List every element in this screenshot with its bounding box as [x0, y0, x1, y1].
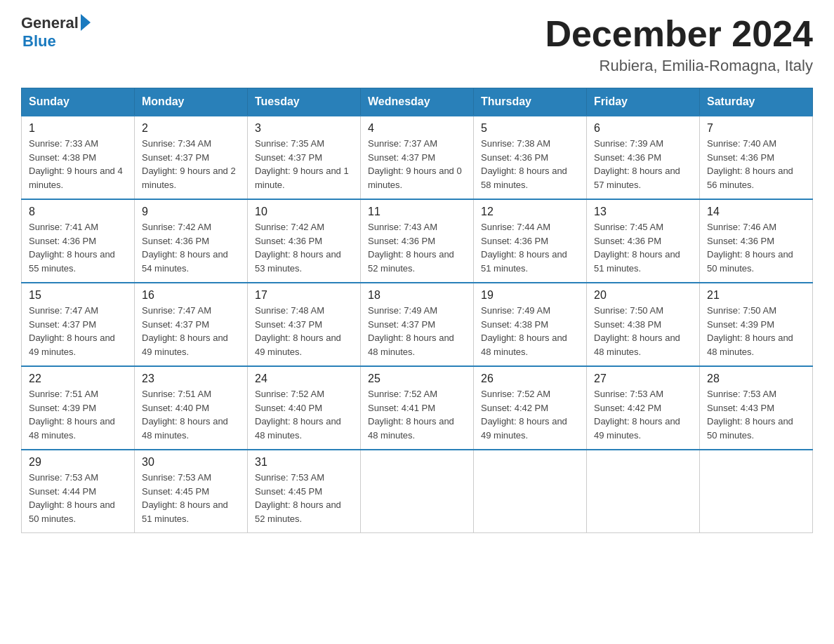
col-header-wednesday: Wednesday [361, 88, 474, 116]
calendar-cell: 24Sunrise: 7:52 AMSunset: 4:40 PMDayligh… [248, 366, 361, 450]
day-info: Sunrise: 7:37 AMSunset: 4:37 PMDaylight:… [368, 137, 466, 192]
day-number: 22 [29, 373, 127, 385]
day-info: Sunrise: 7:49 AMSunset: 4:37 PMDaylight:… [368, 304, 466, 358]
calendar-cell: 12Sunrise: 7:44 AMSunset: 4:36 PMDayligh… [474, 199, 587, 283]
day-number: 14 [707, 206, 805, 218]
calendar-cell: 27Sunrise: 7:53 AMSunset: 4:42 PMDayligh… [587, 366, 700, 450]
day-number: 6 [594, 122, 692, 135]
calendar-cell: 16Sunrise: 7:47 AMSunset: 4:37 PMDayligh… [135, 283, 248, 366]
day-number: 27 [594, 373, 692, 385]
day-number: 5 [481, 122, 579, 135]
calendar-cell: 1Sunrise: 7:33 AMSunset: 4:38 PMDaylight… [22, 116, 135, 199]
col-header-saturday: Saturday [700, 88, 813, 116]
calendar-cell: 18Sunrise: 7:49 AMSunset: 4:37 PMDayligh… [361, 283, 474, 366]
calendar-cell: 2Sunrise: 7:34 AMSunset: 4:37 PMDaylight… [135, 116, 248, 199]
day-info: Sunrise: 7:47 AMSunset: 4:37 PMDaylight:… [142, 304, 240, 358]
week-row-5: 29Sunrise: 7:53 AMSunset: 4:44 PMDayligh… [22, 450, 813, 533]
page-header: General Blue December 2024 Rubiera, Emil… [21, 14, 813, 75]
day-info: Sunrise: 7:51 AMSunset: 4:40 PMDaylight:… [142, 387, 240, 442]
calendar-cell: 25Sunrise: 7:52 AMSunset: 4:41 PMDayligh… [361, 366, 474, 450]
day-info: Sunrise: 7:53 AMSunset: 4:42 PMDaylight:… [594, 387, 692, 442]
day-info: Sunrise: 7:52 AMSunset: 4:40 PMDaylight:… [255, 387, 353, 442]
title-block: December 2024 Rubiera, Emilia-Romagna, I… [545, 14, 813, 75]
day-info: Sunrise: 7:53 AMSunset: 4:45 PMDaylight:… [255, 471, 353, 525]
day-number: 23 [142, 373, 240, 385]
calendar-cell: 30Sunrise: 7:53 AMSunset: 4:45 PMDayligh… [135, 450, 248, 533]
logo-arrow-icon [81, 14, 91, 31]
day-info: Sunrise: 7:53 AMSunset: 4:44 PMDaylight:… [29, 471, 127, 525]
day-number: 2 [142, 122, 240, 135]
day-number: 21 [707, 289, 805, 302]
calendar-cell: 28Sunrise: 7:53 AMSunset: 4:43 PMDayligh… [700, 366, 813, 450]
calendar-cell: 31Sunrise: 7:53 AMSunset: 4:45 PMDayligh… [248, 450, 361, 533]
week-row-1: 1Sunrise: 7:33 AMSunset: 4:38 PMDaylight… [22, 116, 813, 199]
calendar-cell: 17Sunrise: 7:48 AMSunset: 4:37 PMDayligh… [248, 283, 361, 366]
day-number: 8 [29, 206, 127, 218]
calendar-cell [361, 450, 474, 533]
day-info: Sunrise: 7:45 AMSunset: 4:36 PMDaylight:… [594, 220, 692, 275]
day-number: 20 [594, 289, 692, 302]
day-number: 4 [368, 122, 466, 135]
day-info: Sunrise: 7:39 AMSunset: 4:36 PMDaylight:… [594, 137, 692, 192]
day-info: Sunrise: 7:35 AMSunset: 4:37 PMDaylight:… [255, 137, 353, 192]
day-number: 28 [707, 373, 805, 385]
day-info: Sunrise: 7:43 AMSunset: 4:36 PMDaylight:… [368, 220, 466, 275]
day-number: 25 [368, 373, 466, 385]
day-info: Sunrise: 7:46 AMSunset: 4:36 PMDaylight:… [707, 220, 805, 275]
calendar-cell: 9Sunrise: 7:42 AMSunset: 4:36 PMDaylight… [135, 199, 248, 283]
day-number: 31 [255, 456, 353, 469]
day-number: 17 [255, 289, 353, 302]
calendar-cell: 6Sunrise: 7:39 AMSunset: 4:36 PMDaylight… [587, 116, 700, 199]
day-info: Sunrise: 7:33 AMSunset: 4:38 PMDaylight:… [29, 137, 127, 192]
calendar-cell: 19Sunrise: 7:49 AMSunset: 4:38 PMDayligh… [474, 283, 587, 366]
day-info: Sunrise: 7:52 AMSunset: 4:42 PMDaylight:… [481, 387, 579, 442]
month-title: December 2024 [545, 14, 813, 54]
calendar-cell: 29Sunrise: 7:53 AMSunset: 4:44 PMDayligh… [22, 450, 135, 533]
col-header-monday: Monday [135, 88, 248, 116]
day-number: 1 [29, 122, 127, 135]
calendar-cell [474, 450, 587, 533]
logo-blue-text: Blue [22, 32, 91, 51]
day-info: Sunrise: 7:42 AMSunset: 4:36 PMDaylight:… [142, 220, 240, 275]
day-number: 9 [142, 206, 240, 218]
col-header-tuesday: Tuesday [248, 88, 361, 116]
week-row-3: 15Sunrise: 7:47 AMSunset: 4:37 PMDayligh… [22, 283, 813, 366]
calendar-cell: 22Sunrise: 7:51 AMSunset: 4:39 PMDayligh… [22, 366, 135, 450]
day-info: Sunrise: 7:53 AMSunset: 4:43 PMDaylight:… [707, 387, 805, 442]
calendar-table: SundayMondayTuesdayWednesdayThursdayFrid… [21, 88, 813, 533]
calendar-cell: 10Sunrise: 7:42 AMSunset: 4:36 PMDayligh… [248, 199, 361, 283]
calendar-cell: 5Sunrise: 7:38 AMSunset: 4:36 PMDaylight… [474, 116, 587, 199]
col-header-friday: Friday [587, 88, 700, 116]
day-info: Sunrise: 7:51 AMSunset: 4:39 PMDaylight:… [29, 387, 127, 442]
calendar-cell: 3Sunrise: 7:35 AMSunset: 4:37 PMDaylight… [248, 116, 361, 199]
calendar-header-row: SundayMondayTuesdayWednesdayThursdayFrid… [22, 88, 813, 116]
week-row-2: 8Sunrise: 7:41 AMSunset: 4:36 PMDaylight… [22, 199, 813, 283]
calendar-cell: 26Sunrise: 7:52 AMSunset: 4:42 PMDayligh… [474, 366, 587, 450]
day-info: Sunrise: 7:48 AMSunset: 4:37 PMDaylight:… [255, 304, 353, 358]
col-header-sunday: Sunday [22, 88, 135, 116]
day-number: 18 [368, 289, 466, 302]
day-number: 3 [255, 122, 353, 135]
day-info: Sunrise: 7:38 AMSunset: 4:36 PMDaylight:… [481, 137, 579, 192]
calendar-cell: 20Sunrise: 7:50 AMSunset: 4:38 PMDayligh… [587, 283, 700, 366]
day-info: Sunrise: 7:49 AMSunset: 4:38 PMDaylight:… [481, 304, 579, 358]
day-number: 13 [594, 206, 692, 218]
day-number: 12 [481, 206, 579, 218]
day-number: 24 [255, 373, 353, 385]
calendar-cell: 13Sunrise: 7:45 AMSunset: 4:36 PMDayligh… [587, 199, 700, 283]
day-info: Sunrise: 7:40 AMSunset: 4:36 PMDaylight:… [707, 137, 805, 192]
logo: General Blue [21, 14, 91, 51]
calendar-cell [700, 450, 813, 533]
day-info: Sunrise: 7:41 AMSunset: 4:36 PMDaylight:… [29, 220, 127, 275]
calendar-cell: 15Sunrise: 7:47 AMSunset: 4:37 PMDayligh… [22, 283, 135, 366]
location-subtitle: Rubiera, Emilia-Romagna, Italy [545, 57, 813, 75]
calendar-cell: 7Sunrise: 7:40 AMSunset: 4:36 PMDaylight… [700, 116, 813, 199]
day-info: Sunrise: 7:34 AMSunset: 4:37 PMDaylight:… [142, 137, 240, 192]
calendar-cell: 21Sunrise: 7:50 AMSunset: 4:39 PMDayligh… [700, 283, 813, 366]
calendar-cell: 23Sunrise: 7:51 AMSunset: 4:40 PMDayligh… [135, 366, 248, 450]
day-number: 10 [255, 206, 353, 218]
calendar-cell: 11Sunrise: 7:43 AMSunset: 4:36 PMDayligh… [361, 199, 474, 283]
day-number: 26 [481, 373, 579, 385]
calendar-cell: 8Sunrise: 7:41 AMSunset: 4:36 PMDaylight… [22, 199, 135, 283]
day-number: 19 [481, 289, 579, 302]
